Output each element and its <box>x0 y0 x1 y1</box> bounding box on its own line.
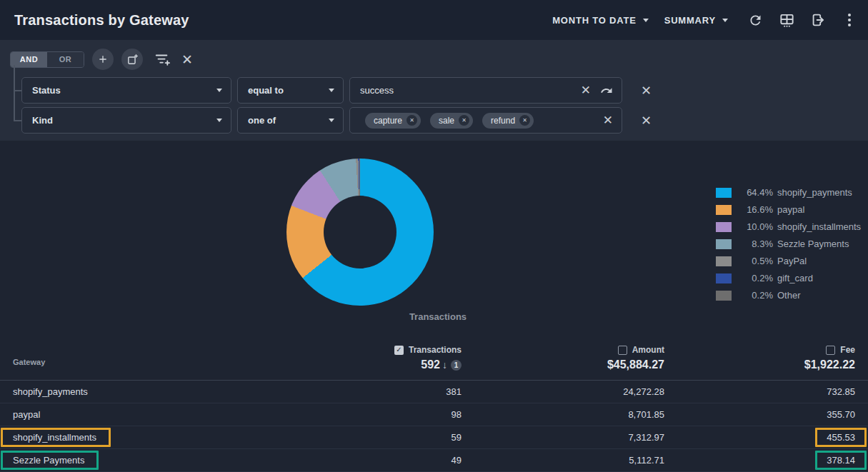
chevron-down-icon <box>329 119 334 122</box>
legend-percent: 8.3% <box>742 238 773 249</box>
chevron-down-icon <box>722 19 728 22</box>
legend-swatch <box>716 291 732 301</box>
filter-value-input[interactable]: success ✕ <box>349 77 622 104</box>
header-icon-group <box>747 11 858 29</box>
chip-remove-icon[interactable]: ✕ <box>459 115 469 126</box>
amount-cell: 5,112.71 <box>629 449 664 471</box>
legend-item[interactable]: 0.5% PayPal <box>716 256 861 266</box>
legend-swatch <box>716 273 732 283</box>
remove-filter-row-button[interactable]: ✕ <box>641 84 652 97</box>
chip-remove-icon[interactable]: ✕ <box>406 115 417 126</box>
transactions-total: 592 <box>421 358 440 371</box>
legend-item[interactable]: 0.2% Other <box>716 290 861 301</box>
amount-cell: 7,312.97 <box>628 426 664 448</box>
column-header-fee[interactable]: Fee $1,922.22 <box>804 345 855 371</box>
gateway-column-header: Gateway <box>13 358 45 366</box>
logic-and-button[interactable]: AND <box>11 52 47 67</box>
filter-panel: AND OR ✕ <box>0 40 868 141</box>
filter-field-select[interactable]: Kind <box>21 107 231 134</box>
chip-remove-icon[interactable]: ✕ <box>519 115 530 126</box>
table-row[interactable]: paypal 98 8,701.85 355.70 <box>0 403 868 426</box>
legend-item[interactable]: 0.2% gift_card <box>716 273 861 283</box>
remove-filter-row-button[interactable]: ✕ <box>641 114 652 127</box>
filter-chip-list: capture ✕ sale ✕ refund ✕ <box>360 113 603 129</box>
view-mode-label: SUMMARY <box>664 15 716 26</box>
transactions-cell: 98 <box>452 403 462 426</box>
clear-value-icon[interactable]: ✕ <box>581 84 591 96</box>
amount-total: $45,884.27 <box>607 358 664 371</box>
filter-row-status: Status equal to success ✕ ✕ <box>21 77 652 104</box>
transactions-cell: 49 <box>452 449 462 471</box>
checkbox-unchecked-icon[interactable] <box>618 346 627 355</box>
table-row[interactable]: shopify_installments 59 7,312.97 455.53 <box>0 426 868 449</box>
checkbox-unchecked-icon[interactable] <box>826 346 835 355</box>
chip-label: sale <box>439 116 454 126</box>
kebab-menu-button[interactable] <box>841 11 858 29</box>
legend-percent: 16.6% <box>742 204 773 215</box>
legend-percent: 0.2% <box>742 273 773 283</box>
pivot-table-button[interactable] <box>778 11 795 29</box>
legend-item[interactable]: 16.6% paypal <box>716 204 861 215</box>
legend-percent: 0.5% <box>742 256 773 266</box>
filter-value-chip[interactable]: sale ✕ <box>430 113 473 129</box>
redo-icon[interactable] <box>600 84 613 97</box>
legend-label: PayPal <box>777 256 807 266</box>
header-bar: Transactions by Gateway MONTH TO DATE SU… <box>0 0 868 40</box>
sort-desc-icon: ↓ <box>442 359 447 371</box>
plus-icon <box>97 54 109 65</box>
legend-item[interactable]: 64.4% shopify_payments <box>716 187 861 198</box>
date-range-dropdown[interactable]: MONTH TO DATE <box>552 15 649 26</box>
legend-swatch <box>716 256 732 266</box>
saved-filters-button[interactable] <box>154 51 171 67</box>
export-button[interactable] <box>809 11 827 29</box>
fee-total: $1,922.22 <box>804 358 855 371</box>
fee-cell: 455.53 <box>815 428 867 447</box>
chart-legend: 64.4% shopify_payments 16.6% paypal 10.0… <box>716 187 861 301</box>
filter-add-icon <box>154 51 171 67</box>
add-filter-button[interactable] <box>92 49 114 70</box>
table-row[interactable]: Sezzle Payments 49 5,112.71 378.14 <box>0 449 868 472</box>
view-mode-dropdown[interactable]: SUMMARY <box>664 15 728 26</box>
chevron-down-icon <box>643 19 649 22</box>
donut-chart[interactable] <box>286 159 434 306</box>
legend-swatch <box>716 188 732 198</box>
header-controls: MONTH TO DATE SUMMARY <box>552 11 858 29</box>
legend-item[interactable]: 10.0% shopify_installments <box>716 221 861 232</box>
chevron-down-icon <box>216 119 222 122</box>
logic-operator-toggle: AND OR <box>10 51 84 68</box>
filter-tree-branch <box>14 120 21 121</box>
filter-value-chip[interactable]: refund ✕ <box>482 113 534 129</box>
legend-label: paypal <box>777 204 804 215</box>
clear-value-icon[interactable]: ✕ <box>603 114 613 126</box>
filter-operator-select[interactable]: equal to <box>237 77 344 104</box>
column-header-amount[interactable]: Amount $45,884.27 <box>607 345 664 371</box>
report-content: Transactions 64.4% shopify_payments 16.6… <box>0 141 868 472</box>
column-header-transactions[interactable]: ✓ Transactions 592 ↓ 1 <box>394 345 462 371</box>
legend-swatch <box>716 239 732 249</box>
report-page: Transactions by Gateway MONTH TO DATE SU… <box>0 0 868 472</box>
add-filter-group-button[interactable] <box>121 49 143 70</box>
kebab-menu-icon <box>848 14 851 16</box>
refresh-button[interactable] <box>747 11 764 29</box>
amount-cell: 8,701.85 <box>628 403 664 426</box>
filter-operator-select[interactable]: one of <box>237 107 344 134</box>
export-file-icon <box>810 12 826 28</box>
chip-label: refund <box>491 116 515 126</box>
page-title: Transactions by Gateway <box>14 12 189 29</box>
legend-label: Other <box>777 290 801 301</box>
filter-value-input[interactable]: capture ✕ sale ✕ refund ✕ ✕ <box>349 107 622 134</box>
date-range-label: MONTH TO DATE <box>552 15 637 26</box>
checkbox-checked-icon[interactable]: ✓ <box>394 346 404 355</box>
gateway-cell: shopify_installments <box>1 428 111 447</box>
legend-item[interactable]: 8.3% Sezzle Payments <box>716 238 861 249</box>
filter-value-chip[interactable]: capture ✕ <box>365 113 421 129</box>
legend-swatch <box>716 222 732 232</box>
table-row[interactable]: shopify_payments 381 24,272.28 732.85 <box>0 381 868 403</box>
logic-or-button[interactable]: OR <box>47 52 84 67</box>
filter-field-select[interactable]: Status <box>21 77 231 104</box>
legend-label: shopify_installments <box>777 221 861 232</box>
gateway-cell: shopify_payments <box>13 386 88 397</box>
transactions-cell: 59 <box>452 426 462 448</box>
chevron-down-icon <box>216 89 222 92</box>
clear-filters-button[interactable]: ✕ <box>181 53 193 66</box>
